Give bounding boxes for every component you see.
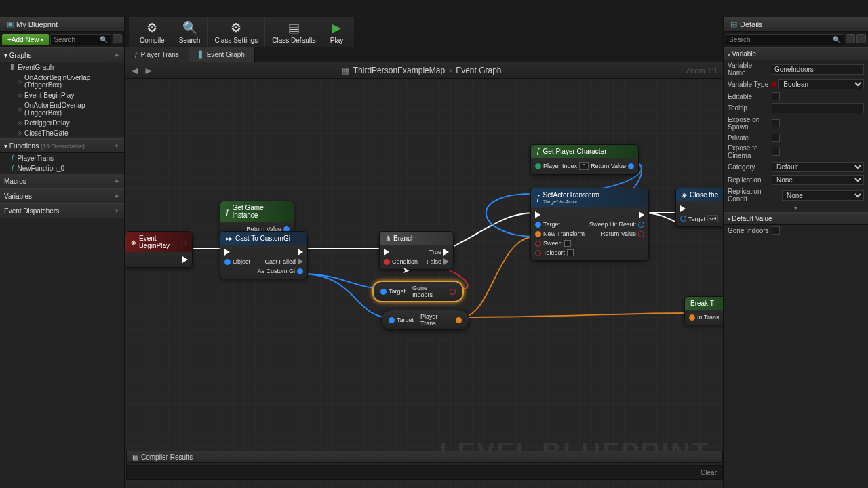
variable-type-select[interactable]: Boolean: [778, 79, 864, 89]
pin-sweep[interactable]: [535, 241, 541, 247]
cast-icon: ▸▸: [226, 235, 233, 242]
category-macros[interactable]: Macros＋: [0, 174, 124, 188]
editable-checkbox[interactable]: [772, 92, 780, 100]
play-button[interactable]: ▶Play: [323, 18, 350, 46]
pin-goneindoors[interactable]: Gone Indoors: [412, 285, 448, 298]
tree-playertrans[interactable]: ƒPlayerTrans: [0, 153, 124, 163]
prop-replication-label: Replication: [728, 176, 772, 184]
compile-button[interactable]: ⚙Compile: [133, 18, 172, 46]
tree-retriggerdelay[interactable]: ◇RetriggerDelay: [0, 118, 124, 128]
pin-condition[interactable]: [384, 259, 390, 265]
pin-teleport[interactable]: [535, 250, 541, 256]
pin-playertrans[interactable]: Player Trans: [420, 313, 454, 327]
replication-select[interactable]: None: [772, 175, 864, 185]
pin-returnvalue[interactable]: Return Value: [591, 163, 626, 169]
tree-eventgraph[interactable]: ▋EventGraph: [0, 62, 124, 73]
node-player-trans-variable[interactable]: Target Player Trans: [381, 310, 469, 330]
tree-onendoverlap[interactable]: ◇OnActorEndOverlap (TriggerBox): [0, 100, 124, 118]
exposespawn-checkbox[interactable]: [772, 119, 780, 127]
category-variables[interactable]: Variables＋: [0, 188, 124, 203]
matrix-icon[interactable]: [846, 34, 855, 43]
class-defaults-button[interactable]: ▤Class Defaults: [265, 18, 323, 46]
category-functions[interactable]: ▾ Functions (19 Overridable)＋: [0, 138, 124, 153]
exec-in-pin[interactable]: [535, 211, 540, 218]
pin-target[interactable]: [389, 317, 395, 323]
category-eventdispatchers[interactable]: Event Dispatchers＋: [0, 203, 124, 218]
sweep-checkbox[interactable]: [564, 240, 571, 247]
pin-sweephit[interactable]: Sweep Hit Result: [589, 221, 636, 228]
tab-playertrans[interactable]: ƒPlayer Trans: [125, 47, 189, 62]
pin-ascustomgi[interactable]: As Custom Gi: [257, 268, 295, 274]
blueprint-search-input[interactable]: Search🔍: [50, 34, 111, 45]
settings-icon[interactable]: [113, 34, 122, 43]
pin-target[interactable]: [680, 216, 686, 222]
exec-out-pin[interactable]: [639, 211, 644, 218]
clear-button[interactable]: Clear: [701, 469, 717, 476]
node-branch[interactable]: ⋔Branch True ConditionFalse: [379, 231, 454, 270]
add-function-button[interactable]: ＋: [113, 141, 120, 150]
breadcrumb-graph[interactable]: Event Graph: [456, 66, 501, 75]
node-gone-indoors-variable[interactable]: Target Gone Indoors: [372, 281, 464, 302]
exec-out-pin[interactable]: [182, 256, 188, 263]
search-button[interactable]: 🔍Search: [172, 18, 208, 46]
tab-eventgraph[interactable]: ▋Event Graph: [189, 47, 255, 62]
teleport-checkbox[interactable]: [567, 249, 574, 256]
node-set-actor-transform[interactable]: ƒSetActorTransformTarget is Actor Target…: [530, 188, 649, 261]
replicationcond-select[interactable]: None: [782, 190, 864, 201]
pin-target[interactable]: [535, 222, 541, 228]
pin-newtransform[interactable]: [535, 231, 541, 237]
private-checkbox[interactable]: [772, 134, 780, 142]
compiler-results-tab[interactable]: ▤Compiler Results: [126, 451, 723, 463]
category-select[interactable]: Default: [772, 162, 864, 172]
exec-out-pin[interactable]: [298, 249, 303, 256]
eye-icon[interactable]: [856, 34, 866, 43]
details-tab[interactable]: ▤Details: [724, 17, 868, 32]
pin-target[interactable]: [380, 289, 387, 295]
breadcrumb-map[interactable]: ThirdPersonExampleMap: [353, 66, 445, 75]
node-event-beginplay[interactable]: ◈Event BeginPlay◻: [125, 231, 193, 268]
pin-returnvalue[interactable]: Return Value: [601, 230, 636, 237]
tree-eventbeginplay[interactable]: ◇Event BeginPlay: [0, 90, 124, 100]
goneindoors-checkbox[interactable]: [772, 226, 780, 235]
tooltip-input[interactable]: [772, 103, 864, 113]
playerindex-input[interactable]: 0: [579, 162, 589, 170]
add-variable-button[interactable]: ＋: [113, 191, 120, 201]
node-get-player-character[interactable]: ƒGet Player Character Player Index 0Retu…: [530, 144, 639, 175]
tree-closethegate[interactable]: ◇CloseTheGate: [0, 128, 124, 138]
pin-object[interactable]: [224, 259, 231, 265]
exec-in-pin[interactable]: [224, 249, 230, 256]
tree-newfunction[interactable]: ƒNewFunction_0: [0, 163, 124, 174]
pin-true[interactable]: True: [429, 249, 441, 256]
add-dispatcher-button[interactable]: ＋: [113, 206, 120, 216]
nav-back-button[interactable]: ◄: [130, 65, 140, 76]
section-defaultvalue[interactable]: Default Value: [724, 212, 868, 225]
add-macro-button[interactable]: ＋: [113, 176, 120, 186]
class-settings-button[interactable]: ⚙Class Settings: [208, 18, 265, 46]
add-graph-button[interactable]: ＋: [113, 50, 120, 60]
pin-intrans[interactable]: [689, 314, 695, 321]
tree-onbeginoverlap[interactable]: ◇OnActorBeginOverlap (TriggerBox): [0, 73, 124, 90]
exec-in-pin[interactable]: [384, 249, 389, 256]
pin-playerindex[interactable]: [535, 163, 541, 169]
defaults-icon: ▤: [288, 20, 300, 35]
prop-vartype-label: Variable Type: [728, 81, 772, 88]
nav-forward-button[interactable]: ►: [144, 65, 153, 76]
category-graphs[interactable]: ▾ Graphs＋: [0, 47, 124, 62]
pin-castfailed[interactable]: Cast Failed: [264, 258, 296, 265]
details-search-input[interactable]: Search🔍: [726, 34, 844, 45]
exec-in-pin[interactable]: [680, 205, 686, 212]
add-new-button[interactable]: + Add New: [2, 34, 49, 45]
boolean-type-icon: [772, 82, 776, 87]
graph-canvas[interactable]: ƒGet Game Instance Return Value ◈Event B…: [125, 79, 723, 488]
expand-button[interactable]: ▾: [724, 204, 868, 212]
pin-false[interactable]: False: [427, 258, 441, 265]
variable-name-input[interactable]: [772, 64, 864, 75]
section-variable[interactable]: Variable: [724, 47, 868, 60]
node-close-gate[interactable]: ◈Close the Target sel: [675, 188, 723, 227]
node-cast-to-customgi[interactable]: ▸▸Cast To CustomGi ObjectCast Failed As …: [220, 231, 308, 279]
node-break-transform[interactable]: Break T In Trans: [684, 296, 723, 325]
node-title: Branch: [393, 235, 415, 242]
my-blueprint-tab[interactable]: ▣My Blueprint: [0, 17, 124, 32]
exposecinema-checkbox[interactable]: [772, 148, 780, 156]
node-subtitle: Target is Actor: [543, 199, 600, 205]
